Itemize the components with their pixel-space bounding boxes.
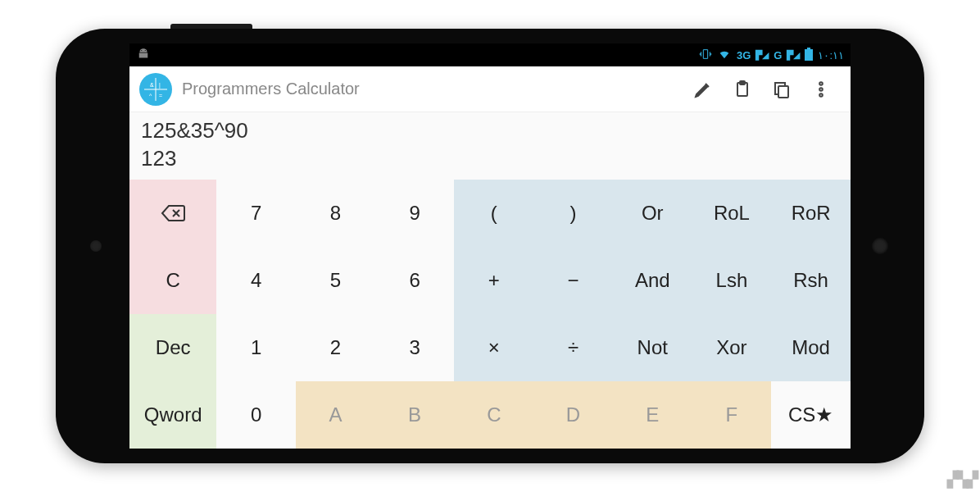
digit-0-button[interactable]: 0 bbox=[216, 381, 296, 449]
digit-5-button[interactable]: 5 bbox=[296, 247, 375, 314]
paren-close-button[interactable]: ) bbox=[533, 180, 613, 247]
hex-f-button[interactable]: F bbox=[692, 381, 772, 449]
result-text: 123 bbox=[141, 145, 839, 173]
and-button[interactable]: And bbox=[613, 247, 692, 314]
watermark: ▞▚▞ bbox=[947, 471, 977, 489]
paste-button[interactable] bbox=[723, 70, 762, 109]
expression-text: 125&35^90 bbox=[141, 117, 839, 145]
digit-7-button[interactable]: 7 bbox=[216, 180, 296, 247]
base-dec-button[interactable]: Dec bbox=[129, 314, 216, 381]
svg-point-14 bbox=[819, 82, 823, 85]
or-button[interactable]: Or bbox=[613, 180, 692, 247]
app-title: Programmers Calculator bbox=[182, 80, 360, 98]
display-area: 125&35^90 123 bbox=[129, 112, 851, 180]
svg-point-16 bbox=[819, 93, 823, 97]
clipboard-icon bbox=[733, 80, 752, 99]
word-size-qword-button[interactable]: Qword bbox=[129, 381, 216, 449]
signal-icon-2: ▛◢ bbox=[787, 50, 800, 61]
edit-button[interactable] bbox=[683, 70, 723, 109]
app-icon: &|^= bbox=[139, 73, 172, 106]
svg-rect-2 bbox=[805, 49, 813, 61]
battery-icon bbox=[805, 48, 813, 63]
backspace-button[interactable] bbox=[129, 180, 216, 247]
pencil-icon bbox=[693, 80, 713, 99]
network-3g-label: 3G bbox=[737, 49, 751, 61]
minus-button[interactable]: − bbox=[533, 247, 613, 314]
digit-8-button[interactable]: 8 bbox=[296, 180, 375, 247]
hex-b-button[interactable]: B bbox=[375, 381, 455, 449]
svg-point-15 bbox=[819, 88, 823, 91]
rol-button[interactable]: RoL bbox=[692, 180, 772, 247]
wifi-icon bbox=[717, 48, 732, 63]
svg-point-1 bbox=[145, 49, 146, 50]
mod-button[interactable]: Mod bbox=[771, 314, 851, 381]
vibrate-icon bbox=[699, 48, 712, 63]
copy-button[interactable] bbox=[762, 70, 801, 109]
divide-button[interactable]: ÷ bbox=[533, 314, 613, 381]
keypad: 7 8 9 ( ) Or RoL RoR C 4 5 6 + − And Lsh… bbox=[129, 180, 851, 449]
action-bar: &|^= Programmers Calculator bbox=[129, 66, 851, 112]
multiply-button[interactable]: × bbox=[454, 314, 533, 381]
overflow-menu-button[interactable] bbox=[801, 70, 841, 109]
digit-2-button[interactable]: 2 bbox=[296, 314, 375, 381]
clock-label: ١٠:١١ bbox=[818, 49, 844, 61]
lsh-button[interactable]: Lsh bbox=[692, 247, 772, 314]
status-bar: 3G ▛◢ G ▛◢ ١٠:١١ bbox=[129, 43, 851, 66]
svg-rect-13 bbox=[778, 86, 788, 98]
paren-open-button[interactable]: ( bbox=[454, 180, 533, 247]
hex-c-button[interactable]: C bbox=[454, 381, 533, 449]
rsh-button[interactable]: Rsh bbox=[771, 247, 851, 314]
svg-text:&: & bbox=[150, 82, 154, 88]
network-g-label: G bbox=[774, 49, 782, 61]
hex-d-button[interactable]: D bbox=[533, 381, 613, 449]
hex-e-button[interactable]: E bbox=[613, 381, 692, 449]
hex-a-button[interactable]: A bbox=[296, 381, 375, 449]
svg-text:=: = bbox=[159, 93, 162, 98]
backspace-icon bbox=[161, 203, 185, 223]
digit-4-button[interactable]: 4 bbox=[216, 247, 296, 314]
digit-1-button[interactable]: 1 bbox=[216, 314, 296, 381]
not-button[interactable]: Not bbox=[613, 314, 692, 381]
xor-button[interactable]: Xor bbox=[692, 314, 772, 381]
android-icon bbox=[136, 47, 151, 64]
digit-6-button[interactable]: 6 bbox=[375, 247, 455, 314]
plus-button[interactable]: + bbox=[454, 247, 533, 314]
digit-3-button[interactable]: 3 bbox=[375, 314, 455, 381]
svg-point-0 bbox=[141, 49, 142, 50]
svg-text:|: | bbox=[159, 82, 161, 89]
ror-button[interactable]: RoR bbox=[771, 180, 851, 247]
cs-star-button[interactable]: CS★ bbox=[771, 381, 851, 449]
dots-vertical-icon bbox=[811, 80, 831, 99]
svg-rect-3 bbox=[807, 48, 810, 49]
signal-icon-1: ▛◢ bbox=[755, 50, 769, 61]
digit-9-button[interactable]: 9 bbox=[375, 180, 455, 247]
clear-button[interactable]: C bbox=[129, 247, 216, 314]
copy-icon bbox=[772, 80, 792, 99]
